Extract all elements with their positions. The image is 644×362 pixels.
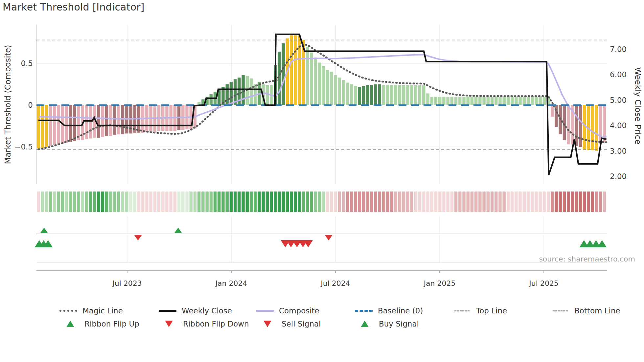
threshold-bar <box>374 84 377 105</box>
ribbon-cell <box>422 192 425 212</box>
threshold-bar <box>563 105 566 140</box>
threshold-bar <box>294 34 297 105</box>
threshold-bar <box>523 97 526 105</box>
x-tick-label: Jul 2025 <box>528 279 559 287</box>
ribbon-cell <box>298 192 301 212</box>
threshold-bar <box>478 97 481 105</box>
threshold-bar <box>410 85 413 105</box>
ribbon-cell <box>402 192 405 212</box>
ribbon-cell <box>551 192 554 212</box>
ribbon-cell <box>370 192 373 212</box>
threshold-bar <box>230 82 233 105</box>
threshold-bar <box>535 97 538 105</box>
threshold-bar <box>354 86 357 105</box>
threshold-bar <box>49 105 52 146</box>
ribbon-cell <box>221 192 224 212</box>
threshold-bar <box>242 75 244 105</box>
tri-up-green-icon <box>356 321 374 327</box>
ribbon-cell <box>354 192 357 212</box>
threshold-bar <box>491 97 494 105</box>
ribbon-cell <box>37 192 40 212</box>
ribbon-cell <box>49 192 52 212</box>
threshold-bar <box>97 105 100 138</box>
left-tick-label: 0 <box>28 101 33 109</box>
threshold-bar <box>57 105 60 144</box>
threshold-bar <box>567 105 570 144</box>
ribbon-cell <box>310 192 313 212</box>
dashed-gray-icon <box>551 310 569 311</box>
legend-label: Ribbon Flip Down <box>183 320 249 328</box>
ribbon-cell <box>430 192 433 212</box>
ribbon-cell <box>113 192 116 212</box>
threshold-bar <box>438 97 441 105</box>
legend-label: Weekly Close <box>182 306 232 315</box>
threshold-bar <box>398 85 401 105</box>
ribbon-cell <box>137 192 140 212</box>
ribbon-cell <box>599 192 602 212</box>
threshold-bar <box>358 87 361 105</box>
ribbon-cell <box>165 192 168 212</box>
buy-signal-marker <box>597 240 607 247</box>
ribbon-cell <box>286 192 289 212</box>
ribbon-cell <box>201 192 204 212</box>
right-axis-title: Weekly Close Price <box>633 67 643 144</box>
ribbon-cell <box>587 192 590 212</box>
tri-up-green-icon <box>61 321 80 327</box>
threshold-bar <box>334 75 337 105</box>
threshold-bar <box>543 97 546 105</box>
ribbon-cell <box>378 192 381 212</box>
ribbon-cell <box>65 192 68 212</box>
threshold-bar <box>418 85 421 105</box>
ribbon-cell <box>322 192 325 212</box>
page-title: Market Threshold [Indicator] <box>3 1 145 13</box>
threshold-bar <box>45 105 48 147</box>
ribbon-cell <box>266 192 269 212</box>
threshold-bar <box>487 97 490 105</box>
ribbon-cell <box>318 192 321 212</box>
left-axis-title: Market Threshold (Composite) <box>3 45 12 164</box>
ribbon-cell <box>314 192 317 212</box>
legend-label: Top Line <box>476 306 507 315</box>
threshold-bar <box>306 47 309 105</box>
ribbon-cell <box>117 192 120 212</box>
legend-label: Sell Signal <box>282 320 321 328</box>
ribbon-cell <box>438 192 441 212</box>
ribbon-cell <box>129 192 132 212</box>
threshold-bar <box>41 105 44 148</box>
threshold-bar <box>518 97 521 105</box>
ribbon-cell <box>234 192 237 212</box>
ribbon-cell <box>210 192 213 212</box>
threshold-bar <box>414 85 417 105</box>
ribbon-cell <box>398 192 401 212</box>
ribbon-cell <box>61 192 64 212</box>
ribbon-cell <box>242 192 244 212</box>
ribbon-cell <box>45 192 48 212</box>
threshold-bar <box>502 97 505 105</box>
ribbon-cell <box>494 192 497 212</box>
ribbon-cell <box>518 192 521 212</box>
threshold-bar <box>342 80 345 105</box>
ribbon-cell <box>125 192 128 212</box>
ribbon-cell <box>149 192 152 212</box>
ribbon-cell <box>218 192 220 212</box>
threshold-bar <box>474 97 477 105</box>
ribbon-cell <box>105 192 108 212</box>
ribbon-cell <box>603 192 606 212</box>
ribbon-cell <box>563 192 566 212</box>
legend-label: Bottom Line <box>574 306 620 315</box>
ribbon-cell <box>507 192 510 212</box>
ribbon-cell <box>390 192 393 212</box>
threshold-bar <box>366 85 369 105</box>
threshold-bar <box>454 97 457 105</box>
ribbon-cell <box>262 192 264 212</box>
threshold-bar <box>77 105 80 140</box>
ribbon-cell <box>462 192 465 212</box>
threshold-bar <box>266 85 269 105</box>
tri-down-red-icon <box>258 321 277 327</box>
threshold-bar <box>434 97 437 105</box>
legend-item-ribbon-flip-down: Ribbon Flip Down <box>160 319 249 329</box>
threshold-bar <box>390 85 393 105</box>
ribbon-flip-down-marker <box>325 235 333 240</box>
ribbon-cell <box>214 192 217 212</box>
left-tick-label: 0.5 <box>21 59 33 68</box>
